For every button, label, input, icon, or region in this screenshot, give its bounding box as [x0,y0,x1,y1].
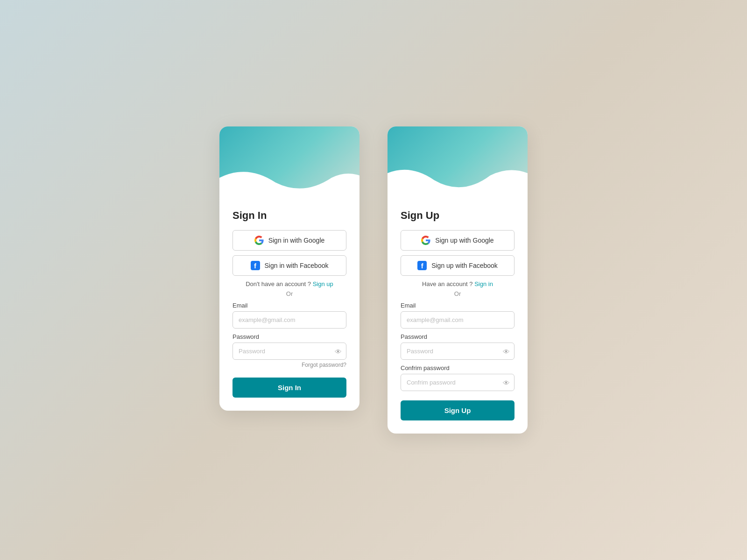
signin-title: Sign In [233,210,346,222]
signup-submit-button[interactable]: Sign Up [401,400,514,420]
signin-link[interactable]: Sign in [474,280,493,287]
signup-confirm-label: Confrim password [401,364,514,371]
signup-email-wrapper [401,311,514,329]
signup-confirm-input[interactable] [401,374,514,391]
signin-eye-icon[interactable]: 👁 [335,347,342,355]
signin-email-wrapper [233,311,346,329]
signin-body: Sign In Sign in with Google f Sign in wi… [219,201,359,411]
signup-facebook-label: Sign up with Facebook [431,262,498,269]
signin-email-input[interactable] [233,311,346,329]
signup-password-wrapper: 👁 [401,343,514,360]
have-account-static: Have an account ? [422,280,472,287]
signup-google-label: Sign up with Google [435,237,493,244]
forgot-password-link[interactable]: Forgot password? [233,362,346,368]
signup-email-input[interactable] [401,311,514,329]
signin-card: Sign In Sign in with Google f Sign in wi… [219,126,359,411]
signin-facebook-label: Sign in with Facebook [265,262,329,269]
signin-password-label: Password [233,333,346,340]
signin-password-input[interactable] [233,343,346,360]
signin-submit-button[interactable]: Sign In [233,378,346,398]
signin-google-label: Sign in with Google [268,237,325,244]
google-icon [254,236,264,245]
signup-password-input[interactable] [401,343,514,360]
signup-password-label: Password [401,333,514,340]
signup-card: Sign Up Sign up with Google f Sign up wi… [388,126,528,434]
cards-container: Sign In Sign in with Google f Sign in wi… [219,126,528,434]
signin-password-wrapper: 👁 [233,343,346,360]
have-account-text: Have an account ? Sign in [401,280,514,287]
signup-title: Sign Up [401,210,514,222]
signup-or-text: Or [401,290,514,297]
no-account-text: Don't have an account ? Sign up [233,280,346,287]
signup-google-button[interactable]: Sign up with Google [401,230,514,251]
signin-facebook-button[interactable]: f Sign in with Facebook [233,255,346,276]
no-account-static: Don't have an account ? [246,280,311,287]
signup-link[interactable]: Sign up [313,280,333,287]
signup-confirm-eye-icon[interactable]: 👁 [503,378,510,386]
google-icon-signup [421,236,430,245]
signin-google-button[interactable]: Sign in with Google [233,230,346,251]
signin-or-text: Or [233,290,346,297]
signin-email-label: Email [233,302,346,309]
signup-email-label: Email [401,302,514,309]
signup-body: Sign Up Sign up with Google f Sign up wi… [388,201,528,434]
signup-eye-icon[interactable]: 👁 [503,347,510,355]
signin-header [219,126,359,201]
signup-header [388,126,528,201]
signup-facebook-button[interactable]: f Sign up with Facebook [401,255,514,276]
signup-confirm-wrapper: 👁 [401,374,514,391]
facebook-icon: f [251,261,260,270]
facebook-icon-signup: f [417,261,427,270]
